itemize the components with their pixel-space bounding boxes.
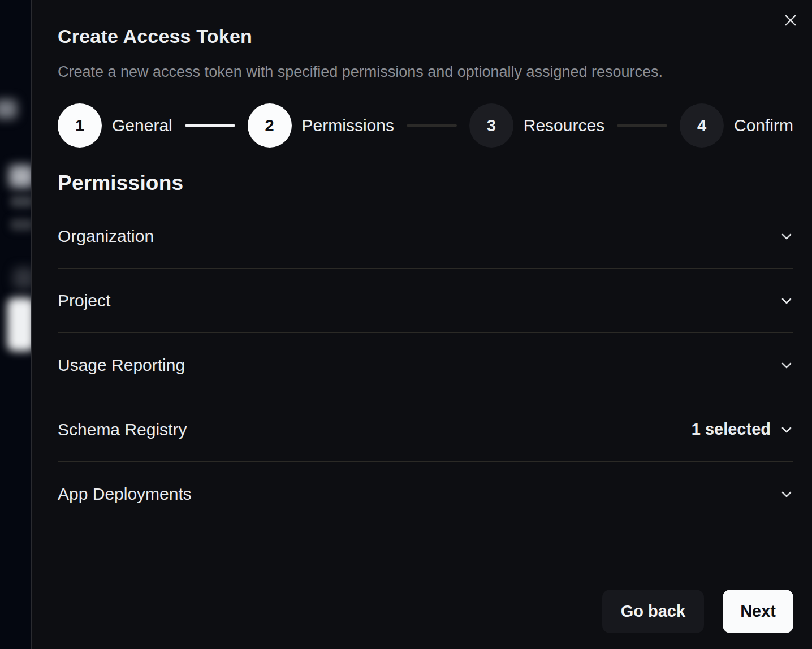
step-label: Permissions <box>302 116 394 135</box>
close-button[interactable] <box>780 10 801 31</box>
accordion-row-right <box>771 358 793 372</box>
step-label: Confirm <box>734 116 793 135</box>
chevron-down-icon <box>780 294 793 308</box>
accordion-row-app-deployments[interactable]: App Deployments <box>58 462 793 526</box>
dialog-footer: Go back Next <box>602 590 793 633</box>
chevron-down-icon <box>780 358 793 372</box>
step-number-badge: 1 <box>58 103 102 148</box>
step-general[interactable]: 1 General <box>58 103 172 148</box>
accordion-row-project[interactable]: Project <box>58 269 793 333</box>
close-icon <box>783 12 798 28</box>
accordion-label: Project <box>58 291 110 310</box>
create-access-token-dialog: Create Access Token Create a new access … <box>31 0 812 649</box>
chevron-down-icon <box>780 487 793 501</box>
blurred-sidebar-item <box>10 219 31 231</box>
step-label: Resources <box>524 116 604 135</box>
accordion-label: Usage Reporting <box>58 356 185 375</box>
chevron-down-icon <box>780 230 793 243</box>
accordion-row-right <box>771 230 793 243</box>
next-button[interactable]: Next <box>723 590 793 633</box>
blurred-sidebar-item <box>7 298 31 351</box>
blurred-sidebar-item <box>13 267 31 289</box>
accordion-label: Organization <box>58 227 154 246</box>
permissions-accordion: Organization Project <box>58 204 793 526</box>
accordion-row-right <box>771 294 793 308</box>
background-page-strip <box>0 0 31 649</box>
dialog-title: Create Access Token <box>58 0 793 48</box>
blurred-sidebar-item <box>9 165 31 188</box>
step-number-badge: 2 <box>248 103 292 148</box>
step-connector <box>407 124 457 127</box>
step-connector <box>617 124 667 127</box>
step-label: General <box>112 116 172 135</box>
accordion-label: Schema Registry <box>58 420 187 439</box>
go-back-button[interactable]: Go back <box>602 590 704 633</box>
dialog-subtitle: Create a new access token with specified… <box>58 63 793 81</box>
dialog-content: Create Access Token Create a new access … <box>32 0 812 649</box>
blurred-sidebar-item <box>0 99 17 119</box>
chevron-down-icon <box>780 423 793 436</box>
step-number-badge: 3 <box>469 103 513 148</box>
step-confirm[interactable]: 4 Confirm <box>680 103 793 148</box>
accordion-row-organization[interactable]: Organization <box>58 204 793 269</box>
step-connector <box>185 124 235 127</box>
step-number-badge: 4 <box>680 103 724 148</box>
accordion-row-schema-registry[interactable]: Schema Registry 1 selected <box>58 397 793 462</box>
wizard-stepper: 1 General 2 Permissions 3 Resources 4 Co… <box>58 103 793 148</box>
page-title: Permissions <box>58 171 793 195</box>
step-resources[interactable]: 3 Resources <box>469 103 604 148</box>
accordion-label: App Deployments <box>58 484 192 504</box>
accordion-row-usage-reporting[interactable]: Usage Reporting <box>58 333 793 397</box>
selection-count: 1 selected <box>692 420 771 439</box>
step-permissions[interactable]: 2 Permissions <box>248 103 394 148</box>
accordion-row-right: 1 selected <box>692 420 793 439</box>
accordion-row-right <box>771 487 793 501</box>
blurred-sidebar-item <box>10 196 31 207</box>
